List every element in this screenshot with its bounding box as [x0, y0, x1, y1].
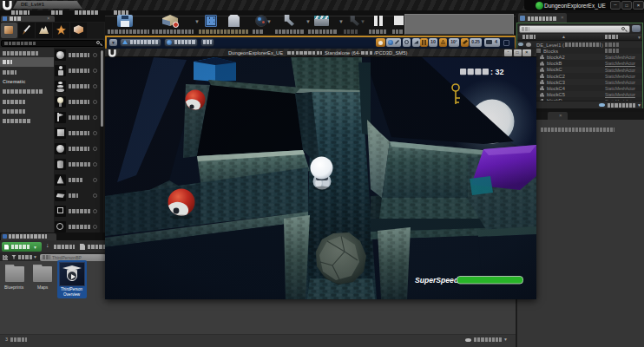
svg-text:: 32: : 32 — [490, 68, 504, 76]
svg-text:SuperSpeed: SuperSpeed — [415, 276, 459, 285]
